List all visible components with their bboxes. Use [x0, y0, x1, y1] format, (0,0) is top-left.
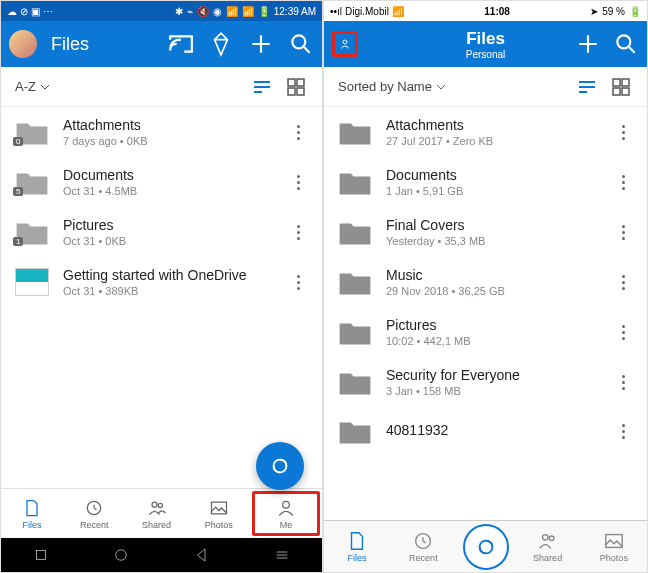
- ios-app-bar: Files Personal: [324, 21, 647, 67]
- grid-view-icon[interactable]: [284, 75, 308, 99]
- search-icon[interactable]: [613, 31, 639, 57]
- nav-photos[interactable]: Photos: [581, 530, 647, 563]
- item-subtitle: Oct 31 • 0KB: [63, 235, 274, 247]
- softkey-recent[interactable]: [32, 546, 50, 564]
- list-item[interactable]: Final CoversYesterday • 35,3 MB: [324, 207, 647, 257]
- more-icon[interactable]: [613, 275, 633, 290]
- nav-shared[interactable]: Shared: [515, 530, 581, 563]
- svg-rect-18: [622, 88, 629, 95]
- grid-view-icon[interactable]: [609, 75, 633, 99]
- nav-files[interactable]: Files: [1, 489, 63, 538]
- app-title: Files: [466, 29, 505, 49]
- more-icon[interactable]: [288, 175, 308, 190]
- svg-rect-23: [606, 535, 623, 548]
- premium-icon[interactable]: [208, 31, 234, 57]
- list-item[interactable]: Pictures10:02 • 442,1 MB: [324, 307, 647, 357]
- sort-label: A-Z: [15, 79, 36, 94]
- android-screen: ☁⊘▣⋯ ✱⌁🔇◉📶📶🔋12:39 AM Files A-Z 0: [1, 1, 324, 572]
- item-title: Final Covers: [386, 217, 599, 233]
- nav-files[interactable]: Files: [324, 530, 390, 563]
- add-icon[interactable]: [575, 31, 601, 57]
- search-icon[interactable]: [288, 31, 314, 57]
- profile-icon[interactable]: [332, 31, 358, 57]
- list-item[interactable]: 5 DocumentsOct 31 • 4.5MB: [1, 157, 322, 207]
- item-subtitle: 10:02 • 442,1 MB: [386, 335, 599, 347]
- chevron-down-icon: [40, 82, 50, 92]
- scan-fab[interactable]: [463, 524, 509, 570]
- svg-point-22: [549, 536, 554, 541]
- item-subtitle: Yesterday • 35,3 MB: [386, 235, 599, 247]
- avatar-button[interactable]: [9, 30, 37, 58]
- svg-point-8: [158, 503, 162, 507]
- item-title: Documents: [386, 167, 599, 183]
- scan-fab[interactable]: [256, 442, 304, 490]
- more-icon[interactable]: [613, 325, 633, 340]
- android-file-list: 0 Attachments7 days ago • 0KB 5 Document…: [1, 107, 322, 488]
- more-icon[interactable]: [613, 175, 633, 190]
- more-icon[interactable]: [613, 375, 633, 390]
- item-title: 40811932: [386, 422, 599, 438]
- add-icon[interactable]: [248, 31, 274, 57]
- folder-icon: [338, 118, 372, 146]
- list-item[interactable]: Getting started with OneDriveOct 31 • 38…: [1, 257, 322, 307]
- nav-recent[interactable]: Recent: [390, 530, 456, 563]
- list-item[interactable]: Attachments27 Jul 2017 • Zero KB: [324, 107, 647, 157]
- svg-rect-1: [288, 79, 295, 86]
- list-item[interactable]: Music29 Nov 2018 • 36,25 GB: [324, 257, 647, 307]
- more-icon[interactable]: [288, 275, 308, 290]
- folder-icon: [338, 368, 372, 396]
- svg-point-14: [617, 35, 630, 48]
- svg-point-12: [116, 550, 127, 561]
- wifi-icon: 📶: [392, 6, 404, 17]
- file-thumbnail: [15, 268, 49, 296]
- softkey-back[interactable]: [193, 546, 211, 564]
- more-icon[interactable]: [613, 424, 633, 439]
- list-item[interactable]: Security for Everyone3 Jan • 158 MB: [324, 357, 647, 407]
- nav-shared[interactable]: Shared: [125, 489, 187, 538]
- list-item[interactable]: 1 PicturesOct 31 • 0KB: [1, 207, 322, 257]
- android-status-bar: ☁⊘▣⋯ ✱⌁🔇◉📶📶🔋12:39 AM: [1, 1, 322, 21]
- item-title: Music: [386, 267, 599, 283]
- softkey-home[interactable]: [112, 546, 130, 564]
- svg-rect-15: [613, 79, 620, 86]
- chevron-down-icon: [436, 82, 446, 92]
- svg-point-21: [542, 535, 548, 541]
- nav-me[interactable]: Me: [252, 491, 320, 536]
- softkey-menu[interactable]: [273, 546, 291, 564]
- app-title: Files: [51, 34, 154, 55]
- folder-icon: [338, 268, 372, 296]
- list-item[interactable]: 0 Attachments7 days ago • 0KB: [1, 107, 322, 157]
- list-item[interactable]: 40811932: [324, 407, 647, 455]
- item-title: Attachments: [63, 117, 274, 133]
- cast-icon[interactable]: [168, 31, 194, 57]
- svg-point-0: [292, 35, 305, 48]
- folder-icon: [338, 168, 372, 196]
- item-subtitle: 1 Jan • 5,91 GB: [386, 185, 599, 197]
- item-subtitle: 7 days ago • 0KB: [63, 135, 274, 147]
- list-view-icon[interactable]: [250, 75, 274, 99]
- item-title: Getting started with OneDrive: [63, 267, 274, 283]
- battery-icon: 🔋: [629, 6, 641, 17]
- nav-recent[interactable]: Recent: [63, 489, 125, 538]
- more-icon[interactable]: [288, 225, 308, 240]
- item-title: Pictures: [386, 317, 599, 333]
- nav-photos[interactable]: Photos: [188, 489, 250, 538]
- svg-point-7: [152, 502, 157, 507]
- sort-button[interactable]: A-Z: [15, 79, 240, 94]
- more-icon[interactable]: [613, 125, 633, 140]
- svg-rect-4: [297, 88, 304, 95]
- list-item[interactable]: Documents1 Jan • 5,91 GB: [324, 157, 647, 207]
- list-view-icon[interactable]: [575, 75, 599, 99]
- folder-icon: 5: [15, 168, 49, 196]
- folder-icon: [338, 417, 372, 445]
- item-subtitle: Oct 31 • 389KB: [63, 285, 274, 297]
- android-soft-keys: [1, 538, 322, 572]
- ios-screen: ••ılDigi.Mobil📶 11:08 ➤59 %🔋 Files Perso…: [324, 1, 647, 572]
- svg-point-13: [343, 40, 347, 44]
- status-time: 12:39 AM: [274, 6, 316, 17]
- item-subtitle: Oct 31 • 4.5MB: [63, 185, 274, 197]
- sort-button[interactable]: Sorted by Name: [338, 79, 565, 94]
- more-icon[interactable]: [613, 225, 633, 240]
- more-icon[interactable]: [288, 125, 308, 140]
- status-icons-left: ☁⊘▣⋯: [7, 6, 53, 17]
